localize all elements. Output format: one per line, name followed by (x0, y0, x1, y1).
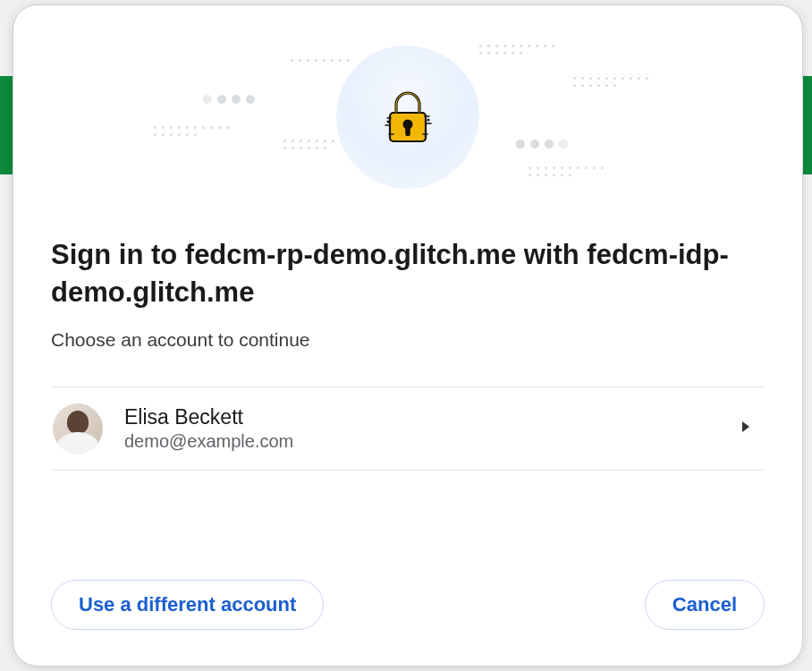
lock-icon (372, 81, 444, 153)
avatar (53, 403, 103, 454)
decorative-dots (479, 45, 554, 55)
use-different-account-button[interactable]: Use a different account (51, 580, 324, 630)
svg-point-4 (427, 119, 430, 122)
decorative-dots (203, 95, 255, 104)
decorative-dots (573, 77, 648, 87)
signin-dialog: Sign in to fedcm-rp-demo.glitch.me with … (13, 4, 803, 667)
cancel-button[interactable]: Cancel (645, 580, 765, 630)
decorative-dots (529, 166, 604, 176)
decorative-dots (516, 140, 568, 149)
account-row[interactable]: Elisa Beckett demo@example.com (51, 387, 765, 471)
account-info: Elisa Beckett demo@example.com (124, 405, 740, 452)
dialog-title: Sign in to fedcm-rp-demo.glitch.me with … (51, 236, 765, 311)
decorative-dots (291, 59, 366, 62)
account-name: Elisa Beckett (124, 405, 740, 429)
chevron-right-icon (740, 420, 752, 437)
dialog-footer: Use a different account Cancel (51, 544, 765, 630)
account-email: demo@example.com (124, 431, 740, 452)
badge-background (336, 46, 479, 189)
dialog-subtitle: Choose an account to continue (51, 329, 765, 351)
decorative-dots (154, 126, 229, 136)
svg-rect-2 (405, 127, 410, 136)
account-list: Elisa Beckett demo@example.com (51, 386, 765, 471)
hero-illustration (51, 23, 765, 211)
svg-point-3 (387, 121, 390, 123)
